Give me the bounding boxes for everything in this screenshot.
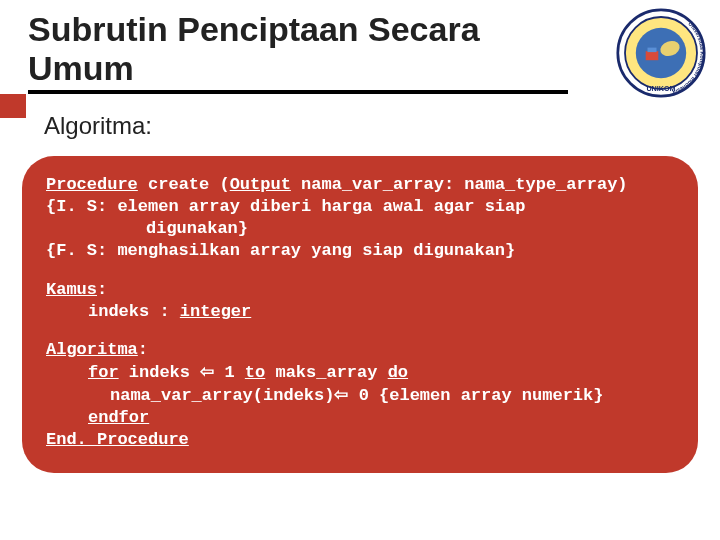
svg-text:UNIKOM: UNIKOM: [646, 84, 675, 93]
assign-arrow-icon: ⇦: [334, 385, 348, 404]
keyword-for: for: [88, 363, 119, 382]
keyword-integer: integer: [180, 302, 251, 321]
keyword-output: Output: [230, 175, 291, 194]
accent-block: [0, 94, 26, 118]
slide-title: Subrutin Penciptaan Secara Umum: [28, 10, 568, 88]
for-line: for indeks ⇦ 1 to maks_array do: [46, 361, 678, 384]
kamus-line: indeks : integer: [46, 301, 678, 323]
initial-state-line2: digunakan}: [46, 218, 678, 240]
keyword-to: to: [245, 363, 265, 382]
keyword-procedure: Procedure: [46, 175, 138, 194]
title-underline: [28, 90, 568, 94]
keyword-do: do: [388, 363, 408, 382]
code-panel: Procedure create (Output nama_var_array:…: [22, 156, 698, 473]
kamus-block: Kamus: indeks : integer: [46, 279, 678, 323]
svg-rect-5: [648, 48, 657, 53]
kamus-heading: Kamus:: [46, 279, 678, 301]
svg-rect-4: [646, 51, 659, 60]
keyword-endfor: endfor: [46, 407, 678, 429]
assignment-line: nama_var_array(indeks)⇦ 0 {elemen array …: [46, 384, 678, 407]
section-heading: Algoritma:: [0, 98, 720, 150]
procedure-signature-block: Procedure create (Output nama_var_array:…: [46, 174, 678, 262]
svg-point-2: [636, 28, 686, 78]
keyword-endprocedure: End. Procedure: [46, 429, 678, 451]
assign-arrow-icon: ⇦: [200, 362, 214, 381]
university-logo: Universitas Komputer Indonesia UNIKOM: [616, 8, 706, 98]
initial-state-line1: {I. S: elemen array diberi harga awal ag…: [46, 196, 678, 218]
algoritma-heading: Algoritma:: [46, 339, 678, 361]
algoritma-block: Algoritma: for indeks ⇦ 1 to maks_array …: [46, 339, 678, 451]
final-state: {F. S: menghasilkan array yang siap digu…: [46, 240, 678, 262]
procedure-signature: Procedure create (Output nama_var_array:…: [46, 174, 678, 196]
